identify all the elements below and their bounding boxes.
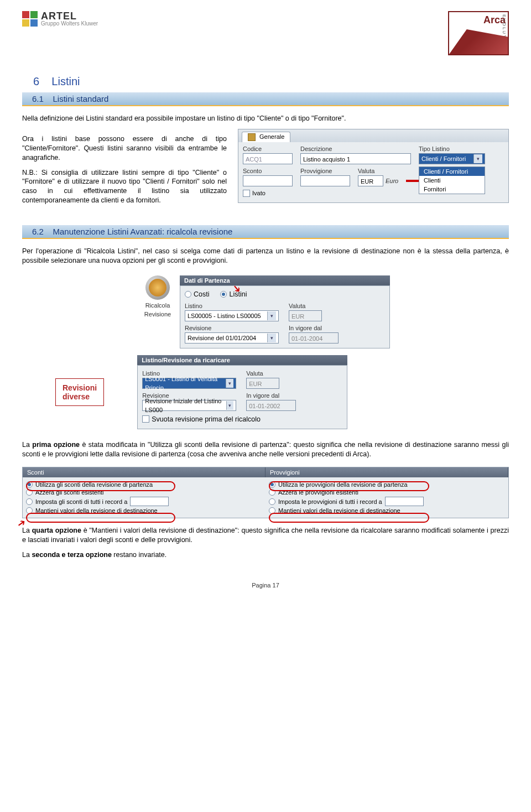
tipo-option-2[interactable]: Fornitori bbox=[419, 185, 485, 194]
chevron-down-icon: ▾ bbox=[226, 379, 233, 388]
chevron-down-icon: ▾ bbox=[226, 401, 234, 410]
sconti-col: Utilizza gli sconti della revisione di p… bbox=[23, 477, 266, 518]
arca-name: Arca bbox=[451, 14, 506, 26]
revisione-label: Revisione bbox=[185, 325, 281, 331]
tab-label: Generale bbox=[259, 133, 284, 140]
svuota-checkbox[interactable]: Svuota revisione prima del ricalcolo bbox=[142, 415, 261, 423]
sub62-title: Manutenzione Listini Avanzati: ricalcola… bbox=[53, 227, 233, 236]
valuta2-label: Valuta bbox=[246, 370, 342, 377]
annotation-line1: Revisioni bbox=[63, 383, 97, 392]
provv-opt-4[interactable]: Mantieni valori della revisione di desti… bbox=[269, 507, 505, 514]
valuta-input: EUR bbox=[289, 310, 322, 321]
valuta-code-input[interactable]: EUR bbox=[358, 175, 383, 186]
valuta-name: Euro bbox=[386, 178, 398, 184]
para-quarta-opzione: La quarta opzione è "Mantieni i valori d… bbox=[22, 526, 509, 545]
ricalcola-side-icon: Ricalcola Revisione bbox=[141, 275, 174, 348]
tipo-listino-dropdown[interactable]: Clienti / Fornitori Clienti Fornitori bbox=[419, 166, 485, 194]
valuta-label: Valuta bbox=[289, 303, 385, 309]
rev2-select[interactable]: Revisione Iniziale del Listino LS000▾ bbox=[142, 400, 236, 411]
artel-logo: ARTEL Gruppo Wolters Kluwer bbox=[22, 11, 98, 27]
sconti-opt-4[interactable]: Mantieni valori della revisione di desti… bbox=[26, 507, 262, 514]
radio-icon bbox=[26, 489, 33, 496]
page-footer: Pagina 17 bbox=[22, 582, 509, 589]
arca-shape-icon bbox=[449, 29, 508, 54]
sconti-opt-3[interactable]: Imposta gli sconti di tutti i record a bbox=[26, 496, 262, 507]
tipo-label: Tipo Listino bbox=[419, 145, 485, 152]
artel-logo-icon bbox=[22, 11, 38, 27]
tipo-option-1[interactable]: Clienti bbox=[419, 176, 485, 185]
listino-ricaricare-head: Listino/Revisione da ricaricare bbox=[137, 355, 347, 365]
checkbox-icon bbox=[243, 190, 250, 197]
para-prima-opzione: La prima opzione è stata modificata in "… bbox=[22, 440, 509, 459]
sconto-label: Sconto bbox=[243, 168, 293, 174]
subsection-bar-62: 6.2 Manutenzione Listini Avanzati: rical… bbox=[22, 225, 509, 239]
invigore-label: In vigore dal bbox=[289, 325, 385, 331]
subsection-bar-61: 6.1 Listini standard bbox=[22, 92, 509, 106]
provv-opt-2[interactable]: Azzera le provvigioni esistenti bbox=[269, 488, 505, 496]
ricalcola-label2: Revisione bbox=[144, 311, 171, 317]
para-seconda-terza: La seconda e terza opzione restano invar… bbox=[22, 550, 509, 560]
tab-generale[interactable]: Generale bbox=[242, 132, 290, 142]
radio-costi[interactable]: Costi bbox=[185, 290, 209, 298]
ivato-label: Ivato bbox=[252, 190, 266, 196]
radio-icon bbox=[26, 507, 33, 514]
radio-icon bbox=[185, 291, 191, 298]
radio-icon bbox=[269, 507, 275, 514]
sconti-provvigioni-panel: Sconti Provvigioni Utilizza gli sconti d… bbox=[22, 467, 509, 518]
codice-label: Codice bbox=[243, 145, 293, 152]
provv-col: Utilizza le provvigioni della revisione … bbox=[266, 477, 508, 518]
ivato-checkbox[interactable]: Ivato bbox=[243, 190, 266, 197]
sub61-num: 6.1 bbox=[32, 94, 44, 103]
codice-input[interactable]: ACQ1 bbox=[243, 153, 293, 164]
para-61-2: Ora i listini base possono essere di anc… bbox=[22, 134, 227, 163]
sub61-title: Listini standard bbox=[53, 94, 109, 103]
sconti-opt-2[interactable]: Azzera gli sconti esistenti bbox=[26, 488, 262, 496]
revisione-select[interactable]: Revisione del 01/01/2004▾ bbox=[185, 332, 279, 343]
provv-value-input[interactable] bbox=[385, 497, 424, 506]
provv-label: Provvigione bbox=[300, 168, 350, 174]
invigore2-label: In vigore dal bbox=[246, 392, 342, 399]
listino-form-window: Generale Codice ACQ1 Descrizione Listino… bbox=[238, 129, 509, 203]
dati-partenza-panel: Dati di Partenza Costi Listini ➔ Listino… bbox=[180, 275, 390, 348]
sub62-num: 6.2 bbox=[32, 227, 44, 236]
chevron-down-icon: ▾ bbox=[473, 154, 482, 163]
sconti-value-input[interactable] bbox=[130, 497, 169, 506]
para-62-1: Per l'operazione di "Ricalcola Listini",… bbox=[22, 247, 509, 266]
tipo-listino-select[interactable]: Clienti / Fornitori ▾ bbox=[419, 153, 485, 164]
artel-subtitle: Gruppo Wolters Kluwer bbox=[41, 21, 98, 27]
para-61-3: N.B.: Si consiglia di utilizzare listini… bbox=[22, 168, 227, 206]
provvigioni-head: Provvigioni bbox=[266, 467, 508, 477]
invigore2-input: 01-01-2002 bbox=[246, 400, 296, 411]
radio-icon bbox=[220, 291, 227, 298]
sconti-head: Sconti bbox=[23, 467, 266, 477]
chevron-down-icon: ▾ bbox=[267, 311, 276, 320]
radio-icon bbox=[269, 481, 275, 488]
sconto-input[interactable] bbox=[243, 175, 293, 186]
tipo-option-0[interactable]: Clienti / Fornitori bbox=[419, 167, 485, 176]
section-num: 6 bbox=[33, 75, 39, 87]
chevron-down-icon: ▾ bbox=[267, 334, 276, 342]
provv-input[interactable] bbox=[300, 175, 350, 186]
checkbox-icon bbox=[142, 415, 149, 423]
listino-select[interactable]: LS00005 - Listino LS00005▾ bbox=[185, 310, 279, 321]
listino-label: Listino bbox=[185, 303, 281, 309]
provv-opt-1[interactable]: Utilizza le provvigioni della revisione … bbox=[269, 481, 505, 488]
para-61-1: Nella definizione dei Listini standard e… bbox=[22, 114, 509, 123]
radio-icon bbox=[269, 489, 275, 496]
provv-opt-3[interactable]: Imposta le provvigioni di tutti i record… bbox=[269, 496, 505, 507]
svuota-label: Svuota revisione prima del ricalcolo bbox=[152, 415, 261, 423]
radio-icon bbox=[26, 481, 33, 488]
radio-icon bbox=[26, 498, 33, 505]
arca-logo: Arca EVOLUTION bbox=[448, 11, 509, 55]
section-title: Listini bbox=[51, 75, 80, 87]
listino-ricaricare-panel: Listino/Revisione da ricaricare Listino … bbox=[137, 355, 347, 430]
descr-input[interactable]: Listino acquisto 1 bbox=[300, 153, 411, 164]
radio-icon bbox=[269, 498, 275, 505]
artel-brand: ARTEL bbox=[41, 11, 98, 21]
annotation-line2: diverse bbox=[63, 392, 97, 401]
listino2-select[interactable]: LS0001 - Listino di Vendita Princip▾ bbox=[142, 378, 236, 389]
ricalcola-label1: Ricalcola bbox=[145, 302, 170, 309]
sconti-opt-1[interactable]: Utilizza gli sconti della revisione di p… bbox=[26, 481, 262, 488]
gear-icon bbox=[145, 275, 170, 300]
cube-icon bbox=[248, 133, 256, 141]
